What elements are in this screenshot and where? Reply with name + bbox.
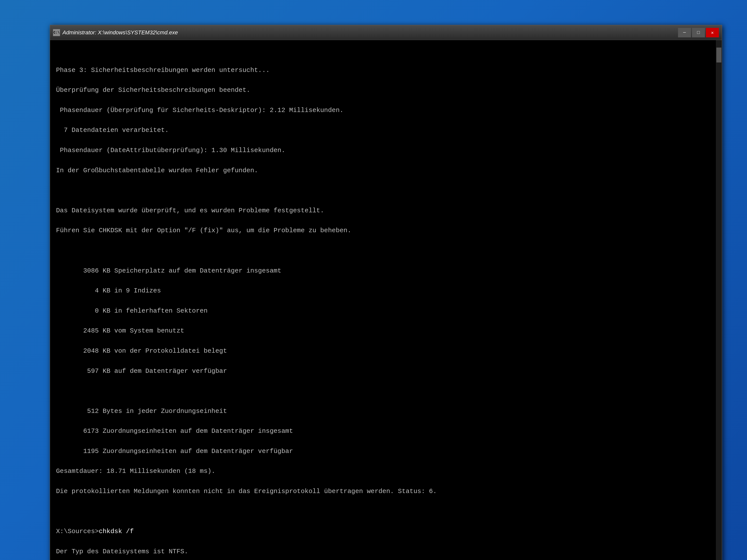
terminal-line: 4 KB in 9 Indizes [56, 286, 716, 296]
title-bar-left: C:\ Administrator: X:\windows\SYSTEM32\c… [53, 29, 178, 36]
window-title: Administrator: X:\windows\SYSTEM32\cmd.e… [62, 29, 178, 36]
window-controls: ─ □ ✕ [678, 28, 719, 37]
terminal-output: Phase 3: Sicherheitsbeschreibungen werde… [56, 65, 716, 560]
terminal-line: Phasendauer (DateAttributüberprüfung): 1… [56, 145, 716, 155]
terminal-body[interactable]: Phase 3: Sicherheitsbeschreibungen werde… [50, 40, 722, 560]
terminal-line: Phase 3: Sicherheitsbeschreibungen werde… [56, 65, 716, 75]
terminal-line: Phasendauer (Überprüfung für Sicherheits… [56, 105, 716, 115]
minimize-button[interactable]: ─ [678, 28, 691, 37]
scrollbar-thumb[interactable] [716, 48, 721, 62]
terminal-line: X:\Sources>chkdsk /f [56, 526, 716, 536]
terminal-line: In der Großbuchstabentabelle wurden Fehl… [56, 165, 716, 176]
terminal-line: 6173 Zuordnungseinheiten auf dem Datentr… [56, 426, 716, 436]
title-bar: C:\ Administrator: X:\windows\SYSTEM32\c… [50, 25, 722, 40]
terminal-line: 0 KB in fehlerhaften Sektoren [56, 306, 716, 316]
terminal-line: 2485 KB vom System benutzt [56, 326, 716, 336]
terminal-line [56, 185, 716, 195]
maximize-button[interactable]: □ [692, 28, 705, 37]
terminal-line: 3086 KB Speicherplatz auf dem Datenträge… [56, 266, 716, 276]
close-button[interactable]: ✕ [706, 28, 719, 37]
cmd-window: C:\ Administrator: X:\windows\SYSTEM32\c… [50, 25, 722, 560]
terminal-line: 597 KB auf dem Datenträger verfügbar [56, 366, 716, 376]
terminal-line: 2048 KB von der Protokolldatei belegt [56, 346, 716, 356]
terminal-line: 512 Bytes in jeder Zuordnungseinheit [56, 406, 716, 416]
terminal-line [56, 506, 716, 516]
terminal-line: Überprüfung der Sicherheitsbeschreibunge… [56, 85, 716, 95]
terminal-line: Gesamtdauer: 18.71 Millisekunden (18 ms)… [56, 466, 716, 476]
terminal-line: Die protokollierten Meldungen konnten ni… [56, 486, 716, 496]
terminal-line: Führen Sie CHKDSK mit der Option "/F (fi… [56, 225, 716, 236]
terminal-line: Der Typ des Dateisystems ist NTFS. [56, 546, 716, 557]
scrollbar[interactable] [716, 40, 722, 560]
terminal-line [56, 386, 716, 396]
cmd-icon: C:\ [53, 29, 60, 36]
terminal-line: Das Dateisystem wurde überprüft, und es … [56, 206, 716, 216]
terminal-line: 1195 Zuordnungseinheiten auf dem Datentr… [56, 446, 716, 456]
terminal-line: 7 Datendateien verarbeitet. [56, 125, 716, 135]
terminal-line [56, 246, 716, 256]
